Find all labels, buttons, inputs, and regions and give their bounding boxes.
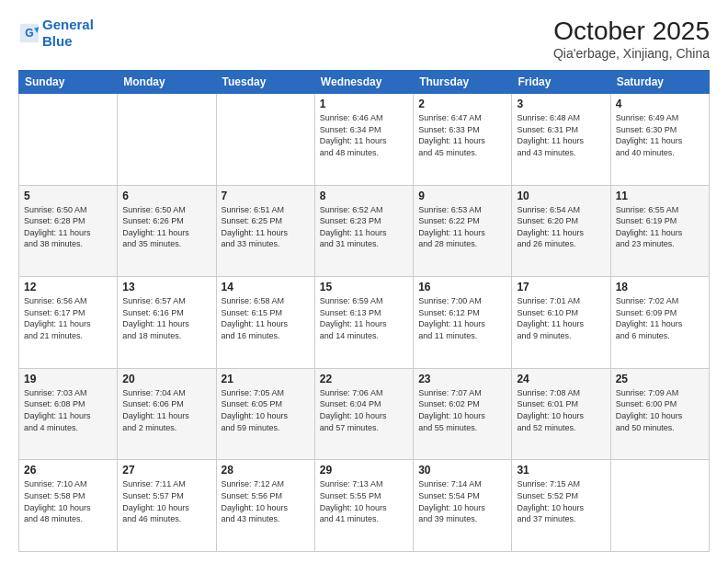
calendar-day-cell: 3Sunrise: 6:48 AM Sunset: 6:31 PM Daylig… xyxy=(512,94,610,186)
day-info: Sunrise: 7:03 AM Sunset: 6:08 PM Dayligh… xyxy=(24,387,112,433)
day-info: Sunrise: 6:48 AM Sunset: 6:31 PM Dayligh… xyxy=(517,112,605,158)
calendar-day-cell: 30Sunrise: 7:14 AM Sunset: 5:54 PM Dayli… xyxy=(414,460,512,552)
day-info: Sunrise: 6:56 AM Sunset: 6:17 PM Dayligh… xyxy=(24,295,112,341)
calendar-day-cell: 16Sunrise: 7:00 AM Sunset: 6:12 PM Dayli… xyxy=(414,277,512,369)
logo-line1: General xyxy=(42,17,94,32)
calendar-day-cell: 22Sunrise: 7:06 AM Sunset: 6:04 PM Dayli… xyxy=(314,368,413,460)
calendar-day-cell: 23Sunrise: 7:07 AM Sunset: 6:02 PM Dayli… xyxy=(414,368,512,460)
day-number: 24 xyxy=(517,373,605,385)
calendar-weekday-header: Thursday xyxy=(414,71,512,94)
calendar-day-cell: 21Sunrise: 7:05 AM Sunset: 6:05 PM Dayli… xyxy=(216,368,314,460)
day-info: Sunrise: 6:54 AM Sunset: 6:20 PM Dayligh… xyxy=(517,204,605,250)
calendar-weekday-header: Friday xyxy=(512,71,610,94)
day-number: 1 xyxy=(320,98,408,110)
calendar-week-row: 12Sunrise: 6:56 AM Sunset: 6:17 PM Dayli… xyxy=(19,277,710,369)
calendar-day-cell xyxy=(610,460,709,552)
calendar-day-cell xyxy=(216,94,314,186)
calendar-week-row: 26Sunrise: 7:10 AM Sunset: 5:58 PM Dayli… xyxy=(19,460,710,552)
calendar-day-cell: 18Sunrise: 7:02 AM Sunset: 6:09 PM Dayli… xyxy=(610,277,709,369)
day-info: Sunrise: 6:50 AM Sunset: 6:26 PM Dayligh… xyxy=(122,204,210,250)
day-info: Sunrise: 6:47 AM Sunset: 6:33 PM Dayligh… xyxy=(418,112,506,158)
month-title: October 2025 xyxy=(553,17,710,46)
calendar-weekday-header: Sunday xyxy=(19,71,118,94)
calendar-day-cell: 19Sunrise: 7:03 AM Sunset: 6:08 PM Dayli… xyxy=(19,368,118,460)
day-number: 26 xyxy=(24,464,112,477)
day-number: 2 xyxy=(418,98,506,110)
day-number: 7 xyxy=(222,190,310,202)
calendar-table: SundayMondayTuesdayWednesdayThursdayFrid… xyxy=(18,70,710,552)
calendar-day-cell: 13Sunrise: 6:57 AM Sunset: 6:16 PM Dayli… xyxy=(118,277,216,369)
calendar-day-cell: 25Sunrise: 7:09 AM Sunset: 6:00 PM Dayli… xyxy=(610,368,709,460)
day-number: 12 xyxy=(24,281,112,293)
header: G General Blue October 2025 Qia'erbage, … xyxy=(18,17,710,61)
calendar-day-cell: 12Sunrise: 6:56 AM Sunset: 6:17 PM Dayli… xyxy=(19,277,118,369)
calendar-day-cell: 9Sunrise: 6:53 AM Sunset: 6:22 PM Daylig… xyxy=(414,185,512,277)
day-info: Sunrise: 7:02 AM Sunset: 6:09 PM Dayligh… xyxy=(616,295,704,341)
calendar-day-cell: 24Sunrise: 7:08 AM Sunset: 6:01 PM Dayli… xyxy=(512,368,610,460)
day-number: 6 xyxy=(122,190,210,202)
day-number: 13 xyxy=(122,281,210,293)
calendar-day-cell: 17Sunrise: 7:01 AM Sunset: 6:10 PM Dayli… xyxy=(512,277,610,369)
day-number: 10 xyxy=(517,190,605,202)
day-number: 19 xyxy=(24,373,112,385)
day-number: 30 xyxy=(418,464,506,477)
day-info: Sunrise: 7:08 AM Sunset: 6:01 PM Dayligh… xyxy=(517,387,605,433)
calendar-day-cell: 8Sunrise: 6:52 AM Sunset: 6:23 PM Daylig… xyxy=(314,185,413,277)
calendar-day-cell: 4Sunrise: 6:49 AM Sunset: 6:30 PM Daylig… xyxy=(610,94,709,186)
day-info: Sunrise: 6:52 AM Sunset: 6:23 PM Dayligh… xyxy=(320,204,408,250)
location: Qia'erbage, Xinjiang, China xyxy=(553,46,710,61)
day-info: Sunrise: 6:51 AM Sunset: 6:25 PM Dayligh… xyxy=(222,204,310,250)
day-number: 3 xyxy=(517,98,605,110)
day-info: Sunrise: 7:07 AM Sunset: 6:02 PM Dayligh… xyxy=(418,387,506,433)
calendar-day-cell: 6Sunrise: 6:50 AM Sunset: 6:26 PM Daylig… xyxy=(118,185,216,277)
logo-text: General Blue xyxy=(42,17,94,50)
calendar-week-row: 19Sunrise: 7:03 AM Sunset: 6:08 PM Dayli… xyxy=(19,368,710,460)
svg-text:G: G xyxy=(25,27,33,40)
day-number: 9 xyxy=(418,190,506,202)
calendar-day-cell xyxy=(118,94,216,186)
day-info: Sunrise: 6:46 AM Sunset: 6:34 PM Dayligh… xyxy=(320,112,408,158)
logo-icon: G xyxy=(18,22,40,44)
day-info: Sunrise: 6:49 AM Sunset: 6:30 PM Dayligh… xyxy=(616,112,704,158)
calendar-day-cell: 20Sunrise: 7:04 AM Sunset: 6:06 PM Dayli… xyxy=(118,368,216,460)
calendar-day-cell xyxy=(19,94,118,186)
calendar-day-cell: 27Sunrise: 7:11 AM Sunset: 5:57 PM Dayli… xyxy=(118,460,216,552)
day-number: 29 xyxy=(320,464,408,477)
title-block: October 2025 Qia'erbage, Xinjiang, China xyxy=(553,17,710,61)
calendar-day-cell: 7Sunrise: 6:51 AM Sunset: 6:25 PM Daylig… xyxy=(216,185,314,277)
calendar-day-cell: 2Sunrise: 6:47 AM Sunset: 6:33 PM Daylig… xyxy=(414,94,512,186)
day-number: 16 xyxy=(418,281,506,293)
calendar-header-row: SundayMondayTuesdayWednesdayThursdayFrid… xyxy=(19,71,710,94)
calendar-weekday-header: Wednesday xyxy=(314,71,413,94)
calendar-weekday-header: Tuesday xyxy=(216,71,314,94)
calendar-day-cell: 5Sunrise: 6:50 AM Sunset: 6:28 PM Daylig… xyxy=(19,185,118,277)
calendar-day-cell: 15Sunrise: 6:59 AM Sunset: 6:13 PM Dayli… xyxy=(314,277,413,369)
day-info: Sunrise: 6:59 AM Sunset: 6:13 PM Dayligh… xyxy=(320,295,408,341)
day-info: Sunrise: 7:09 AM Sunset: 6:00 PM Dayligh… xyxy=(616,387,704,433)
day-info: Sunrise: 7:06 AM Sunset: 6:04 PM Dayligh… xyxy=(320,387,408,433)
calendar-day-cell: 31Sunrise: 7:15 AM Sunset: 5:52 PM Dayli… xyxy=(512,460,610,552)
day-info: Sunrise: 7:10 AM Sunset: 5:58 PM Dayligh… xyxy=(24,478,112,524)
day-info: Sunrise: 7:05 AM Sunset: 6:05 PM Dayligh… xyxy=(222,387,310,433)
calendar-day-cell: 1Sunrise: 6:46 AM Sunset: 6:34 PM Daylig… xyxy=(314,94,413,186)
calendar-weekday-header: Monday xyxy=(118,71,216,94)
day-number: 27 xyxy=(122,464,210,477)
logo-line2: Blue xyxy=(42,33,94,50)
day-number: 17 xyxy=(517,281,605,293)
day-number: 5 xyxy=(24,190,112,202)
calendar-day-cell: 26Sunrise: 7:10 AM Sunset: 5:58 PM Dayli… xyxy=(19,460,118,552)
day-info: Sunrise: 7:15 AM Sunset: 5:52 PM Dayligh… xyxy=(517,478,605,524)
calendar-week-row: 1Sunrise: 6:46 AM Sunset: 6:34 PM Daylig… xyxy=(19,94,710,186)
day-number: 11 xyxy=(616,190,704,202)
day-info: Sunrise: 7:13 AM Sunset: 5:55 PM Dayligh… xyxy=(320,478,408,524)
day-info: Sunrise: 6:50 AM Sunset: 6:28 PM Dayligh… xyxy=(24,204,112,250)
calendar-day-cell: 10Sunrise: 6:54 AM Sunset: 6:20 PM Dayli… xyxy=(512,185,610,277)
day-info: Sunrise: 7:14 AM Sunset: 5:54 PM Dayligh… xyxy=(418,478,506,524)
calendar-day-cell: 29Sunrise: 7:13 AM Sunset: 5:55 PM Dayli… xyxy=(314,460,413,552)
day-number: 8 xyxy=(320,190,408,202)
day-info: Sunrise: 6:55 AM Sunset: 6:19 PM Dayligh… xyxy=(616,204,704,250)
day-number: 4 xyxy=(616,98,704,110)
day-info: Sunrise: 7:00 AM Sunset: 6:12 PM Dayligh… xyxy=(418,295,506,341)
day-info: Sunrise: 6:57 AM Sunset: 6:16 PM Dayligh… xyxy=(122,295,210,341)
calendar-day-cell: 11Sunrise: 6:55 AM Sunset: 6:19 PM Dayli… xyxy=(610,185,709,277)
